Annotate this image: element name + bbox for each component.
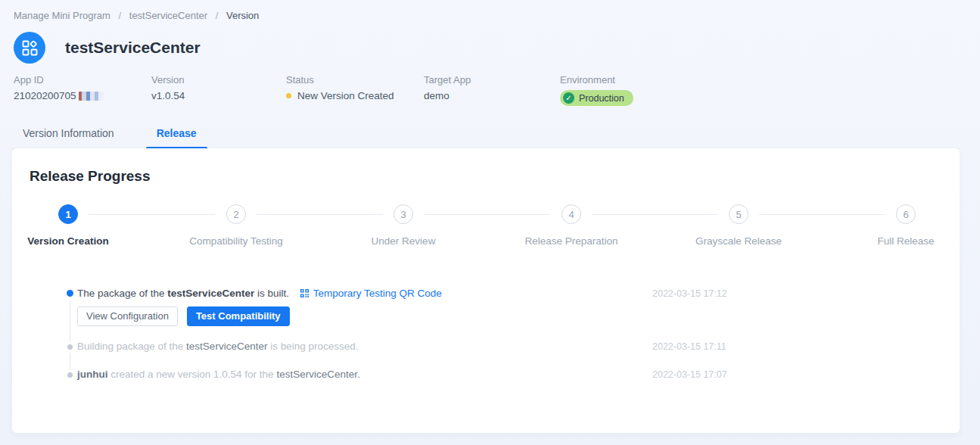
timeline-dot-active [67, 290, 73, 297]
app-name-text: testServiceCenter [186, 341, 267, 352]
breadcrumb: Manage Mini Program / testServiceCenter … [0, 0, 980, 21]
release-timeline: The package of the testServiceCenter is … [67, 286, 937, 382]
app-id-value: 21020200705 [14, 90, 76, 101]
breadcrumb-item-version: Version [226, 10, 259, 21]
step-label: Under Review [328, 235, 479, 247]
environment-label: Environment [560, 74, 633, 86]
app-name-text: testServiceCenter [276, 369, 357, 380]
step-number: 5 [729, 204, 748, 224]
step-full-release: 6 Full Release [830, 204, 980, 247]
timeline-item-version-created: junhui created a new version 1.0.54 for … [67, 367, 937, 382]
status-value: New Version Created [297, 90, 394, 101]
step-number: 6 [896, 204, 916, 224]
step-label: Release Preparation [496, 235, 647, 247]
timeline-item-building-package: Building package of the testServiceCente… [67, 339, 937, 354]
release-stepper: 1 Version Creation 2 Compatibility Testi… [12, 204, 960, 251]
tab-version-information[interactable]: Version Information [12, 123, 125, 148]
environment-badge: ✓ Production [560, 90, 633, 106]
app-name-text: testServiceCenter [167, 288, 254, 299]
tab-bar: Version Information Release [12, 123, 960, 149]
target-app-value: demo [424, 90, 560, 101]
qr-code-icon [300, 288, 310, 298]
app-info-row: App ID 21020200705 Version v1.0.54 Statu… [0, 64, 980, 106]
tab-release[interactable]: Release [146, 123, 207, 148]
field-status: Status New Version Created [286, 74, 424, 106]
breadcrumb-separator: / [216, 10, 219, 21]
check-circle-icon: ✓ [563, 92, 574, 104]
step-number: 4 [562, 204, 581, 224]
step-number: 1 [58, 204, 78, 224]
test-compatibility-button[interactable]: Test Compatibility [187, 307, 290, 326]
timeline-text: The package of the [77, 288, 167, 299]
step-under-review: 3 Under Review [328, 204, 479, 247]
page: Manage Mini Program / testServiceCenter … [0, 0, 980, 445]
title-row: testServiceCenter [0, 21, 980, 64]
timeline-text: Building package of the [77, 341, 186, 352]
status-label: Status [286, 74, 424, 86]
app-id-label: App ID [14, 74, 151, 86]
view-configuration-button[interactable]: View Configuration [77, 307, 178, 326]
target-app-label: Target App [424, 74, 560, 86]
version-value: v1.0.54 [151, 90, 286, 101]
timeline-text: . [357, 369, 360, 380]
app-id-redacted-blur [79, 92, 103, 101]
timeline-text: is being processed. [267, 341, 358, 352]
breadcrumb-separator: / [119, 10, 122, 21]
breadcrumb-item-manage-mini-program[interactable]: Manage Mini Program [14, 10, 110, 21]
step-release-preparation: 4 Release Preparation [496, 204, 647, 247]
timeline-dot [67, 344, 73, 350]
step-compatibility-testing: 2 Compatibility Testing [160, 204, 312, 247]
breadcrumb-item-app[interactable]: testServiceCenter [129, 10, 207, 21]
step-grayscale-release: 5 Grayscale Release [663, 204, 814, 247]
mini-program-grid-icon [14, 32, 45, 64]
field-app-id: App ID 21020200705 [14, 74, 151, 106]
field-environment: Environment ✓ Production [560, 74, 633, 106]
step-label: Full Release [830, 235, 980, 247]
environment-value: Production [579, 93, 624, 104]
release-progress-card: Release Progress 1 Version Creation 2 Co… [12, 148, 960, 433]
timeline-timestamp: 2022-03-15 17:11 [652, 339, 726, 352]
card-title: Release Progress [12, 148, 960, 185]
status-dot-icon [286, 93, 291, 98]
timeline-timestamp: 2022-03-15 17:12 [652, 286, 727, 299]
step-label: Grayscale Release [663, 235, 814, 247]
field-target-app: Target App demo [424, 74, 560, 106]
step-version-creation: 1 Version Creation [0, 204, 144, 247]
timeline-actions: View Configuration Test Compatibility [77, 307, 652, 326]
step-label: Compatibility Testing [160, 235, 312, 247]
timeline-text: created a new version 1.0.54 for the [108, 369, 277, 380]
step-number: 2 [226, 204, 246, 224]
temporary-testing-qr-code-link[interactable]: Temporary Testing QR Code [300, 288, 442, 299]
step-label: Version Creation [0, 235, 144, 247]
timeline-timestamp: 2022-03-15 17:07 [652, 367, 727, 380]
timeline-item-package-built: The package of the testServiceCenter is … [67, 286, 937, 326]
timeline-dot [67, 372, 73, 378]
timeline-text: is built. [254, 288, 289, 299]
user-name-text: junhui [77, 369, 108, 380]
page-title: testServiceCenter [65, 39, 201, 57]
field-version: Version v1.0.54 [151, 74, 286, 106]
version-label: Version [151, 74, 286, 86]
step-number: 3 [394, 204, 413, 224]
